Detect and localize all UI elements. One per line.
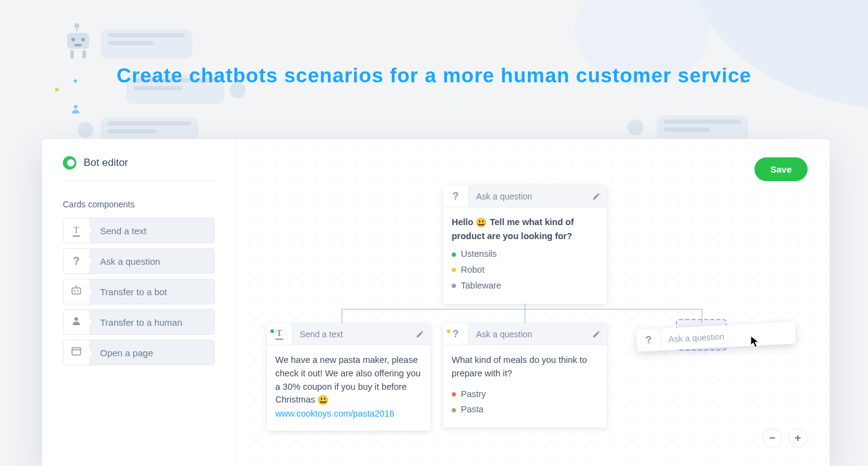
svg-rect-1 xyxy=(72,288,81,294)
question-icon: ? xyxy=(636,329,662,352)
node-type-label: Ask a question xyxy=(469,192,586,201)
node-body: We have a new pasta maker, please check … xyxy=(267,345,430,431)
svg-point-0 xyxy=(74,105,78,109)
node-options: Ustensils Robot Tableware xyxy=(452,246,598,293)
option-dot xyxy=(452,253,456,257)
option-dot xyxy=(452,268,456,272)
connector xyxy=(341,309,342,323)
node-body: Hello 😃 Tell me what kind of product are… xyxy=(443,207,607,304)
component-label: Transfer to a bot xyxy=(89,279,214,304)
node-type-label: Ask a question xyxy=(661,328,796,344)
node-text: Hello 😃 Tell me what kind of product are… xyxy=(452,217,574,241)
zoom-in-button[interactable]: + xyxy=(788,428,808,448)
component-label: Send a text xyxy=(89,218,214,243)
svg-point-3 xyxy=(77,290,79,292)
node-type-label: Send a text xyxy=(292,329,410,339)
sidebar-title: Bot editor xyxy=(84,157,128,169)
question-icon: ? xyxy=(443,323,469,345)
text-icon: T xyxy=(73,225,79,237)
app-logo-icon xyxy=(63,156,76,170)
component-ask-question[interactable]: ? Ask a question xyxy=(63,248,215,274)
sidebar-header: Bot editor xyxy=(63,156,215,181)
robot-illustration xyxy=(64,26,92,60)
component-send-text[interactable]: T Send a text xyxy=(63,218,215,243)
node-link[interactable]: www.cooktoys.com/pasta2016 xyxy=(275,409,394,418)
zoom-out-button[interactable]: − xyxy=(762,428,782,448)
option-dot xyxy=(452,284,456,288)
node-header: ? Ask a question xyxy=(443,323,607,345)
node-ask-question-root[interactable]: ? Ask a question Hello 😃 Tell me what ki… xyxy=(443,185,607,304)
svg-point-2 xyxy=(74,290,76,292)
ghost-avatar xyxy=(627,120,643,135)
component-label: Transfer to a human xyxy=(89,310,214,334)
edit-node-button[interactable] xyxy=(586,330,607,339)
human-icon xyxy=(71,316,81,328)
component-open-page[interactable]: Open a page xyxy=(63,340,215,365)
option-dot xyxy=(452,392,456,396)
svg-rect-7 xyxy=(72,348,81,355)
ghost-bubble xyxy=(101,118,198,142)
decorative-blob xyxy=(685,0,868,110)
option-dot xyxy=(452,408,456,412)
edit-node-button[interactable] xyxy=(410,330,430,339)
cursor-icon xyxy=(750,335,760,351)
app-window: Bot editor Cards components T Send a tex… xyxy=(42,139,830,466)
text-icon: T xyxy=(267,323,292,345)
option-item[interactable]: Robot xyxy=(452,262,598,278)
question-icon: ? xyxy=(443,185,469,207)
option-item[interactable]: Pasta xyxy=(452,402,598,418)
question-icon: ? xyxy=(73,255,80,268)
option-item[interactable]: Ustensils xyxy=(452,246,598,262)
component-transfer-bot[interactable]: Transfer to a bot xyxy=(63,279,215,304)
person-icon xyxy=(72,105,79,115)
node-text: We have a new pasta maker, please check … xyxy=(275,355,421,404)
node-header: T Send a text xyxy=(267,323,430,345)
scenario-canvas[interactable]: Save ? Ask a question Hello 😃 Tell me wh… xyxy=(236,139,830,466)
ghost-bubble xyxy=(101,29,192,59)
node-text: What kind of meals do you think to prepa… xyxy=(452,355,587,378)
page-title: Create chatbots scenarios for a more hum… xyxy=(0,62,868,90)
node-body: What kind of meals do you think to prepa… xyxy=(443,345,607,428)
smile-emoji: 😃 xyxy=(317,395,329,405)
component-transfer-human[interactable]: Transfer to a human xyxy=(63,309,215,335)
option-item[interactable]: Tableware xyxy=(452,278,598,294)
ghost-avatar xyxy=(78,122,93,138)
node-options: Pastry Pasta xyxy=(452,387,598,418)
edit-node-button[interactable] xyxy=(586,192,607,201)
page-icon xyxy=(71,347,81,358)
connector xyxy=(341,309,703,310)
zoom-controls: − + xyxy=(762,428,808,448)
save-button[interactable]: Save xyxy=(754,157,808,181)
svg-point-6 xyxy=(74,317,78,321)
component-label: Open a page xyxy=(89,340,214,365)
option-item[interactable]: Pastry xyxy=(452,387,598,403)
bot-icon xyxy=(71,285,82,298)
smile-emoji: 😃 xyxy=(476,217,487,228)
components-section-label: Cards components xyxy=(63,199,215,209)
node-type-label: Ask a question xyxy=(469,329,586,339)
dragging-card-ask-question[interactable]: ? Ask a question xyxy=(636,321,796,352)
node-ask-question-robot[interactable]: ? Ask a question What kind of meals do y… xyxy=(443,323,607,428)
sidebar: Bot editor Cards components T Send a tex… xyxy=(42,139,236,466)
node-send-text[interactable]: T Send a text We have a new pasta maker,… xyxy=(267,323,430,431)
node-header: ? Ask a question xyxy=(443,185,607,207)
component-label: Ask a question xyxy=(89,249,214,273)
